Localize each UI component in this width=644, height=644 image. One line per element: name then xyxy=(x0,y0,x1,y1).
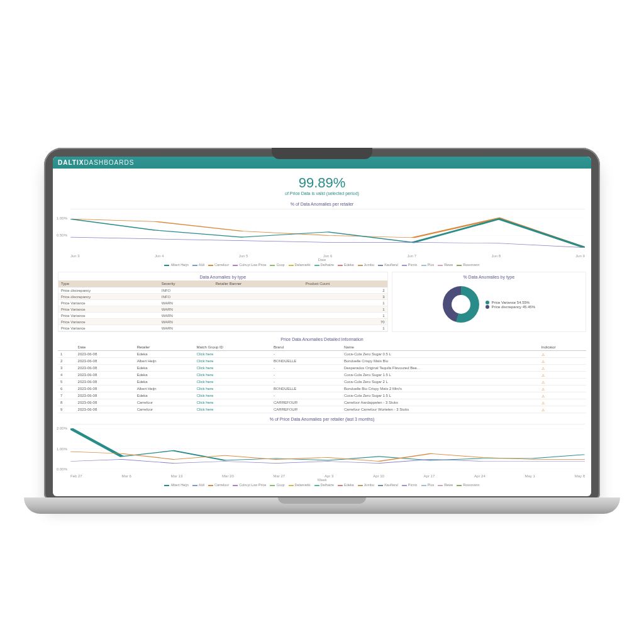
table-row[interactable]: Price discrepancyINFO3 xyxy=(58,294,387,300)
anomaly-table-title: Data Anomalies by type xyxy=(58,272,387,280)
table-row[interactable]: Price VarianceWARN1 xyxy=(58,300,387,306)
table-header[interactable]: Date xyxy=(75,344,135,351)
table-row[interactable]: 62023-06-08Albert HeijnClick hereBONDUEL… xyxy=(58,386,586,392)
legend-item[interactable]: Rewe xyxy=(438,263,453,267)
kpi-block: 99.89% of Price Data is valid (selected … xyxy=(53,169,591,199)
detail-table[interactable]: DateRetailerMatch Group IDBrandNameIndic… xyxy=(58,344,586,413)
donut-legend: Price Variance 54.55%Price discrepancy 4… xyxy=(486,300,535,309)
chart2-xtick: Mar 6 xyxy=(121,474,131,478)
legend-item[interactable]: Albert Heijn xyxy=(164,263,188,267)
table-row[interactable]: Price VarianceWARN1 xyxy=(58,306,387,313)
chart1-xtick: Jun 7 xyxy=(408,254,417,258)
table-row[interactable]: Price discrepancyINFO2 xyxy=(58,287,387,294)
legend-item[interactable]: Carrefour xyxy=(208,483,229,487)
legend-item[interactable]: Aldi xyxy=(192,483,204,487)
table-header[interactable]: Indicator xyxy=(539,344,586,351)
table-row[interactable]: 82023-06-08CarrefourClick hereCARREFOURC… xyxy=(58,399,586,406)
kpi-value: 99.89% xyxy=(53,175,591,191)
chart2-area[interactable]: 2.00% 1.00% 0.00% xyxy=(70,424,585,473)
chart1-xtick: Jun 5 xyxy=(239,254,248,258)
legend-item[interactable]: Colruyt Low Price xyxy=(233,483,266,487)
legend-item[interactable]: Coop xyxy=(270,263,284,267)
legend-item[interactable]: Jumbo xyxy=(358,483,375,487)
legend-item[interactable]: Kaufland xyxy=(378,483,398,487)
chart2-ytick: 0.00% xyxy=(57,467,67,471)
chart1-ytick: 1.00% xyxy=(57,216,67,220)
table-row[interactable]: Price VarianceWARN1 xyxy=(58,313,387,319)
donut-panel: % Data Anomalies by type Price Variance … xyxy=(392,272,586,332)
legend-item[interactable]: Delhaize xyxy=(314,263,334,267)
chart1-ytick: 0.50% xyxy=(57,233,67,237)
kpi-label: of Price Data is valid (selected period) xyxy=(53,191,591,196)
legend-item[interactable]: Carrefour xyxy=(208,263,229,267)
legend-item[interactable]: Plus xyxy=(421,263,435,267)
legend-item[interactable]: Aldi xyxy=(192,263,204,267)
table-header[interactable]: Retailer Banner xyxy=(213,280,303,287)
donut-chart[interactable] xyxy=(443,286,479,323)
chart2-xtick: Apr 17 xyxy=(424,474,435,478)
donut-legend-item: Price Variance 54.55% xyxy=(486,301,535,304)
table-row[interactable]: 72023-06-08EdekaClick here-Coca-Cola Zer… xyxy=(58,392,586,399)
legend-item[interactable]: Colruyt Low Price xyxy=(233,263,266,267)
table-row[interactable]: Price VarianceWARN1 xyxy=(58,325,387,331)
table-row[interactable]: 32023-06-08EdekaClick here-Desperados Or… xyxy=(58,365,586,372)
anomaly-type-table[interactable]: TypeSeverityRetailer BannerProduct Count… xyxy=(58,280,387,331)
table-row[interactable]: 92023-06-08CarrefourClick hereCARREFOURC… xyxy=(58,406,586,413)
table-row[interactable]: Price VarianceWARN70 xyxy=(58,319,387,325)
chart2-xtick: Mar 27 xyxy=(274,474,286,478)
legend-item[interactable]: Rossmann xyxy=(457,483,479,487)
legend-item[interactable]: Coop xyxy=(270,483,284,487)
table-row[interactable]: 12023-06-08EdekaClick here-Coca-Cola Zer… xyxy=(58,351,586,358)
legend-item[interactable]: Rossmann xyxy=(457,263,479,267)
table-header[interactable]: Type xyxy=(58,280,159,287)
chart1-xtick: Jun 4 xyxy=(155,254,164,258)
chart2-xtick: Feb 27 xyxy=(70,474,82,478)
laptop-notch xyxy=(272,148,372,159)
table-row[interactable]: 22023-06-08Albert HeijnClick hereBONDUEL… xyxy=(58,358,586,365)
legend-item[interactable]: Delamarkt xyxy=(289,263,311,267)
laptop-base xyxy=(24,497,620,514)
chart2-legend: Albert HeijnAldiCarrefourColruyt Low Pri… xyxy=(53,482,591,488)
brand-bold: DALTIX xyxy=(58,159,84,166)
table-row[interactable]: 52023-06-08EdekaClick here-Coca-Cola Zer… xyxy=(58,379,586,386)
legend-item[interactable]: Edeka xyxy=(338,483,354,487)
chart1-area[interactable]: 1.00% 0.50% xyxy=(70,209,585,253)
chart2-xtick: May 8 xyxy=(575,474,585,478)
table-header[interactable]: Product Count xyxy=(303,280,387,287)
donut-legend-item: Price discrepancy 45.45% xyxy=(486,305,535,309)
legend-item[interactable]: Kaufland xyxy=(378,263,398,267)
chart2-xtick: Apr 24 xyxy=(474,474,486,478)
chart2-ytick: 1.00% xyxy=(57,447,67,451)
donut-title: % Data Anomalies by type xyxy=(392,272,586,280)
legend-item[interactable]: Albert Heijn xyxy=(164,483,188,487)
table-header[interactable]: Brand xyxy=(271,344,341,351)
legend-item[interactable]: Jumbo xyxy=(358,263,375,267)
chart1-legend: Albert HeijnAldiCarrefourColruyt Low Pri… xyxy=(53,262,591,268)
chart2-xtick: Mar 20 xyxy=(222,474,234,478)
chart2-xtick: Apr 10 xyxy=(373,474,384,478)
dashboard-screen: DALTIXDASHBOARDS 99.89% of Price Data is… xyxy=(53,157,591,496)
detail-table-panel: DateRetailerMatch Group IDBrandNameIndic… xyxy=(58,344,586,413)
legend-item[interactable]: Picnic xyxy=(402,483,418,487)
chart1-xtick: Jun 8 xyxy=(491,254,501,258)
chart2-xtick: May 1 xyxy=(525,474,535,478)
chart2-title: % of Price Data Anomalies per retailer (… xyxy=(53,414,591,423)
table-header[interactable]: Match Group ID xyxy=(194,344,271,351)
legend-item[interactable]: Delamarkt xyxy=(289,483,311,487)
table-header[interactable]: Name xyxy=(341,344,539,351)
detail-title: Price Data Anomalies Detailed Informatio… xyxy=(53,335,591,343)
chart1-xtick: Jun 3 xyxy=(70,254,80,258)
chart2-xtick: Mar 13 xyxy=(171,474,183,478)
chart2-svg xyxy=(70,425,585,473)
chart2-ytick: 2.00% xyxy=(57,426,67,430)
table-row[interactable]: 42023-06-08EdekaClick here-Coca-Cola Zer… xyxy=(58,372,586,379)
legend-item[interactable]: Picnic xyxy=(402,263,418,267)
table-header[interactable]: Retailer xyxy=(135,344,194,351)
legend-item[interactable]: Rewe xyxy=(438,483,453,487)
legend-item[interactable]: Delhaize xyxy=(314,483,334,487)
chart1-svg xyxy=(70,209,585,253)
legend-item[interactable]: Edeka xyxy=(338,263,354,267)
table-header[interactable] xyxy=(58,344,75,351)
legend-item[interactable]: Plus xyxy=(421,483,435,487)
table-header[interactable]: Severity xyxy=(159,280,213,287)
